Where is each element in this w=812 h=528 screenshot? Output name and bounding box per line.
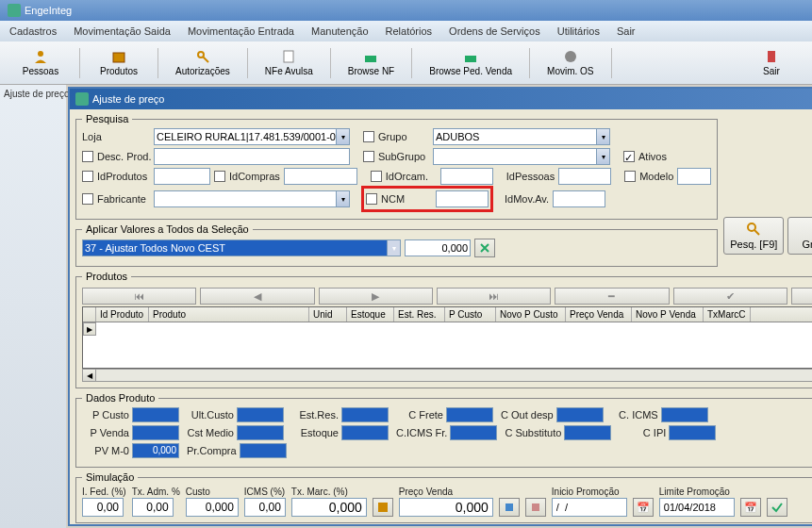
nav-last[interactable]: ⏭ [437, 288, 551, 305]
pvenda2-input[interactable] [399, 498, 493, 517]
tb-movim-os[interactable]: Movim. OS [536, 47, 605, 78]
txadm-input[interactable] [132, 498, 174, 517]
idprodutos-check[interactable] [82, 171, 93, 182]
nav-row: ⏮ ◀ ▶ ⏭ ━ ✔ ✕ [82, 286, 812, 306]
tb-browse-ped[interactable]: Browse Ped. Venda [418, 47, 523, 78]
coutdesp-val [556, 407, 604, 422]
menu-ordens[interactable]: Ordens de Serviços [443, 24, 546, 39]
left-panel: Ajuste de preço [0, 85, 66, 528]
app-title-bar: EngeInteg [0, 0, 812, 21]
idprodutos-label: IdProdutos [97, 171, 150, 182]
sim-apply[interactable] [767, 498, 787, 517]
modelo-input[interactable] [677, 168, 711, 185]
col-estoque[interactable]: Estoque [347, 307, 394, 322]
aplicar-legend: Aplicar Valores a Todos da Seleção [82, 223, 253, 235]
col-estres[interactable]: Est. Res. [394, 307, 445, 322]
nav-prev[interactable]: ◀ [200, 288, 314, 305]
loja-label: Loja [82, 131, 150, 142]
estoque2-val [341, 425, 389, 440]
tb-nfe[interactable]: NFe Avulsa [254, 47, 324, 78]
col-novopvenda[interactable]: Novo P Venda [632, 307, 704, 322]
gravar-button[interactable]: Gravar [787, 217, 812, 255]
chevron-down-icon[interactable]: ▾ [596, 129, 609, 144]
inicio-cal[interactable]: 📅 [633, 498, 654, 517]
idcompras-input[interactable] [284, 168, 357, 185]
tb-autorizacoes[interactable]: Autorizações [164, 47, 241, 78]
nav-delete[interactable]: ━ [555, 288, 669, 305]
chevron-down-icon[interactable]: ▾ [387, 240, 400, 256]
custo-input[interactable] [186, 498, 239, 517]
desc-prod-input[interactable] [154, 148, 350, 165]
nav-first[interactable]: ⏮ [82, 288, 196, 305]
row-indicator: ▶ [83, 322, 96, 336]
grupo-check[interactable] [363, 131, 374, 142]
idmovav-input[interactable] [553, 190, 605, 207]
modelo-check[interactable] [624, 171, 636, 182]
subgrupo-combo[interactable]: ▾ [433, 148, 610, 165]
ifed-input[interactable] [82, 498, 124, 517]
pesquisa-fieldset: Pesquisa Loja CELEIRO RURAL1|17.481.539/… [75, 113, 718, 220]
nav-next[interactable]: ▶ [319, 288, 433, 305]
limite-input[interactable] [659, 498, 735, 517]
idcompras-label: IdCompras [229, 171, 280, 182]
menu-utilitarios[interactable]: Utilitários [552, 24, 605, 39]
aplicar-valor[interactable] [405, 239, 471, 256]
idcompras-check[interactable] [214, 171, 225, 182]
col-unid[interactable]: Unid [309, 307, 347, 322]
idorcam-input[interactable] [440, 168, 493, 185]
col-novopcusto[interactable]: Novo P Custo [496, 307, 566, 322]
limite-cal[interactable]: 📅 [740, 498, 761, 517]
desc-prod-check[interactable] [82, 151, 93, 162]
menu-relatorios[interactable]: Relatórios [380, 24, 439, 39]
scroll-left[interactable]: ◀ [83, 370, 96, 381]
txmarc-input[interactable] [291, 498, 367, 517]
ncm-input[interactable] [436, 190, 489, 207]
col-precovenda[interactable]: Preço Venda [566, 307, 632, 322]
ultcusto-val [237, 407, 284, 422]
menu-manutencao[interactable]: Manutenção [306, 24, 374, 39]
nav-cancel[interactable]: ✕ [791, 288, 812, 305]
desc-prod-label: Desc. Prod. [97, 151, 150, 162]
subgrupo-check[interactable] [363, 151, 374, 162]
grupo-label: Grupo [378, 131, 429, 142]
col-idproduto[interactable]: Id Produto [96, 307, 149, 322]
chevron-down-icon[interactable]: ▾ [336, 129, 349, 144]
tb-browse-nf[interactable]: Browse NF [337, 47, 406, 78]
col-produto[interactable]: Produto [149, 307, 309, 322]
col-txmarc[interactable]: TxMarcC [704, 307, 751, 322]
fabricante-combo[interactable]: ▾ [154, 190, 350, 207]
idpessoas-input[interactable] [558, 168, 611, 185]
pvenda-btn[interactable] [499, 498, 520, 517]
chevron-down-icon[interactable]: ▾ [336, 191, 349, 206]
chevron-down-icon[interactable]: ▾ [596, 149, 609, 164]
tb-pessoas[interactable]: Pessoas [8, 47, 74, 78]
nav-confirm[interactable]: ✔ [673, 288, 787, 305]
grid-scroll-h[interactable]: ◀ ▶ [82, 369, 812, 382]
menu-sair[interactable]: Sair [611, 24, 641, 39]
grupo-combo[interactable]: ADUBOS▾ [433, 128, 610, 145]
icms-input[interactable] [244, 498, 286, 517]
ncm-check[interactable] [366, 193, 377, 205]
aplicar-combo[interactable]: 37 - Ajustar Todos Novo CEST▾ [82, 239, 401, 256]
fabricante-check[interactable] [82, 193, 93, 205]
loja-combo[interactable]: CELEIRO RURAL1|17.481.539/0001-0▾ [154, 128, 350, 145]
inicio-input[interactable] [552, 498, 627, 517]
svg-rect-11 [378, 503, 388, 512]
tb-produtos[interactable]: Produtos [86, 47, 152, 78]
menu-cadastros[interactable]: Cadastros [4, 24, 62, 39]
idorcam-check[interactable] [371, 171, 382, 182]
menu-mov-saida[interactable]: Movimentação Saida [68, 24, 176, 39]
aplicar-apply-button[interactable] [474, 239, 495, 257]
txmarc-btn[interactable] [373, 498, 393, 517]
idprodutos-input[interactable] [154, 168, 210, 185]
left-label[interactable]: Ajuste de preço [4, 89, 62, 99]
tb-sair[interactable]: Sair [738, 47, 804, 78]
coutdesp-label: C Out desp [501, 409, 554, 421]
produtos-grid[interactable]: Id Produto Produto Unid Estoque Est. Res… [82, 306, 812, 369]
pesq-button[interactable]: Pesq. [F9] [723, 217, 784, 255]
menu-mov-entrada[interactable]: Movimentação Entrada [182, 24, 300, 39]
pvenda-btn2[interactable] [525, 498, 546, 517]
ativos-check[interactable]: ✓ [623, 151, 635, 162]
col-pcusto[interactable]: P Custo [445, 307, 496, 322]
idmovav-label: IdMov.Av. [505, 193, 549, 205]
